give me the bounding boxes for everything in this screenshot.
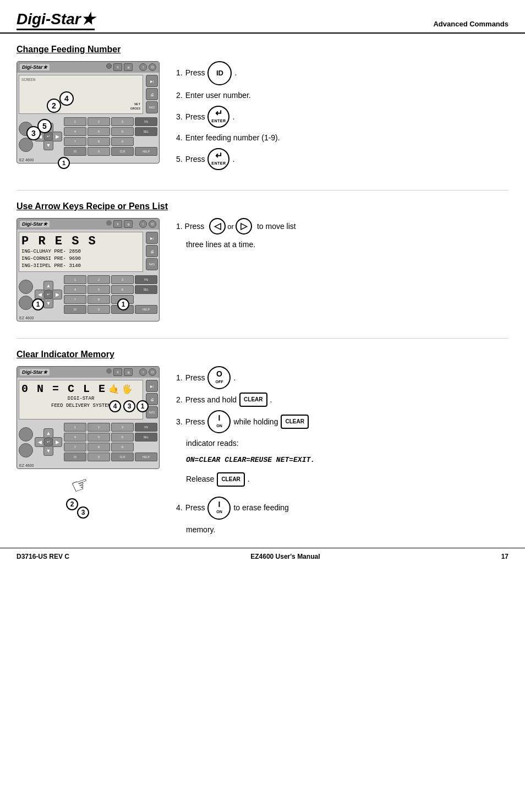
footer-center: EZ4600 User's Manual [250,553,320,560]
callout-3: 2 [47,99,61,113]
id-key: ID [207,61,232,85]
left-arrow-key: ◁ [209,218,226,235]
section-content-clear-memory: Digi-Star★ II ⑥ I O [17,366,508,537]
section-arrow-keys: Use Arrow Keys Recipe or Pens List Digi-… [0,201,525,321]
section-content-change-feeding: Digi-Star★ II ⑥ I O SCREEN [17,61,508,173]
clear-step-3b: indicator reads: [176,437,508,450]
screen-press-text: P R E S S [21,235,140,248]
callout-clear-3-outer: 3 [77,506,89,519]
step-3: 3. Press ↵ ENTER . [176,106,508,128]
step-4: 4. Enter feeding number (1-9). [176,131,508,145]
divider-2 [17,338,508,339]
clear-step-4: 4. Press I ON to erase feeding [176,497,508,520]
section-title-arrow-keys: Use Arrow Keys Recipe or Pens List [17,201,508,211]
clear-step-4b: memory. [176,523,508,537]
screen-on-cle-text: 0 N = C L E [21,383,106,395]
clear-step-2: 2. Press and hold CLEAR . [176,393,508,407]
finger-icon: ☞ [68,471,92,499]
callout-5: 3 [26,126,41,140]
callout-clear-2-outer: 2 [66,498,78,510]
callout-2: 4 [59,91,74,106]
enter-key-2: ↵ ENTER [207,148,229,170]
device-mockup-3: Digi-Star★ II ⑥ I O [17,366,160,469]
clear-step-1: 1. Press O OFF . [176,366,508,389]
clear-key-1: CLEAR [239,393,267,407]
off-key: O OFF [207,366,231,389]
hand-icon: 🤙 [108,384,119,395]
step-5: 5. Press ↵ ENTER . [176,148,508,170]
callout-clear-1: 1 [136,400,149,412]
device-mockup-2: Digi-Star★ II ⑥ I O P R E S [17,218,160,321]
callout-clear-4: 4 [109,400,121,412]
section-clear-memory: Clear Indicator Memory Digi-Star★ II ⑥ I… [0,350,525,537]
clear-key-release: CLEAR [217,472,244,487]
logo: Digi-Star★ [17,10,95,28]
indicator-display: ON=CLEAR CLEAR=REUSE NET=EXIT. [176,454,508,466]
section-change-feeding: Change Feeding Number Digi-Star★ II ⑥ I [0,45,525,173]
on-key-2: I ON [207,497,231,520]
section-title-change-feeding: Change Feeding Number [17,45,508,55]
callout-arrow-2: 1 [117,298,129,310]
step-arrow-1: 1. Press ◁ or ▷ to move list [176,218,508,235]
device-mockup-1: Digi-Star★ II ⑥ I O SCREEN [17,61,160,164]
screen-system-lines: DIGI-STAR FEED DELIVERY SYSTEM [21,395,140,409]
right-arrow-key: ▷ [236,218,252,235]
page-footer: D3716-US REV C EZ4600 User's Manual 17 [0,548,525,566]
header-title: Advanced Commands [433,20,508,28]
callout-arrow-1: 1 [32,298,44,310]
callout-clear-3: 3 [123,400,135,412]
footer-left: D3716-US REV C [17,553,69,560]
hand-icon-2: 🖐 [122,384,133,395]
step-2: 2. Enter user number. [176,89,508,102]
page-header: Digi-Star★ Advanced Commands [0,0,525,34]
instructions-clear-memory: 1. Press O OFF . 2. Press and hold CLEAR… [176,366,508,537]
instructions-arrow-keys: 1. Press ◁ or ▷ to move list three lines… [176,218,508,252]
step-1: 1. Press ID . [176,61,508,85]
screen-lines: ING-CLUHAY PRE- 2850 ING-CORNSI PRE- 969… [21,248,140,269]
enter-key-1: ↵ ENTER [207,106,229,128]
instructions-change-feeding: 1. Press ID . 2. Enter user number. 3. P… [176,61,508,173]
release-step: Release CLEAR . [176,472,508,487]
clear-key-2: CLEAR [281,415,308,429]
clear-step-3: 3. Press I ON while holding CLEAR [176,410,508,433]
footer-right: 17 [501,553,508,560]
section-title-clear-memory: Clear Indicator Memory [17,350,508,359]
callout-1: 1 [58,157,70,169]
section-content-arrow-keys: Digi-Star★ II ⑥ I O P R E S [17,218,508,321]
step-arrow-1b: three lines at a time. [176,238,508,252]
on-key-1: I ON [207,410,231,433]
divider-1 [17,190,508,190]
